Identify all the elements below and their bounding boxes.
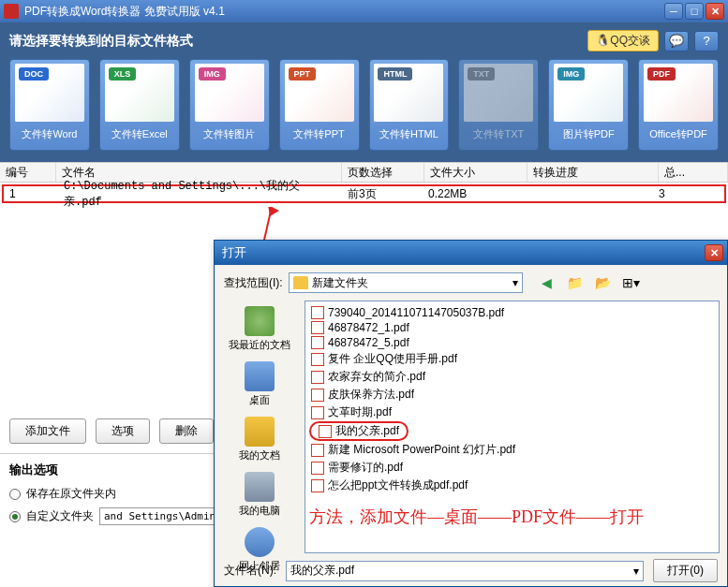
filename-input[interactable]: 我的父亲.pdf▾ (286, 561, 644, 581)
file-item[interactable]: 文革时期.pdf (309, 404, 715, 421)
header-size: 文件大小 (424, 163, 527, 182)
file-item[interactable]: 46878472_1.pdf (309, 320, 715, 335)
pdf-icon (311, 444, 324, 457)
convert-tile-doc[interactable]: DOC文件转Word (9, 59, 90, 151)
convert-tile-img[interactable]: IMG文件转图片 (189, 59, 270, 151)
header-progress: 转换进度 (527, 163, 659, 182)
annotation-text: 方法，添加文件—桌面——PDF文件——打开 (309, 506, 715, 528)
window-titlebar: PDF转换成Word转换器 免费试用版 v4.1 ─ □ ✕ (0, 0, 728, 22)
file-item[interactable]: 农家弃女的简介.pdf (309, 368, 715, 386)
cell-page: 前3页 (342, 186, 423, 202)
dialog-sidebar: 我最近的文档 桌面 我的文档 我的电脑 网上邻居 (215, 301, 305, 553)
dialog-close-button[interactable]: ✕ (705, 244, 723, 261)
convert-tile-img[interactable]: IMG图片转PDF (548, 59, 629, 151)
file-item[interactable]: 需要修订的.pdf (309, 459, 715, 477)
lookin-combo[interactable]: 新建文件夹 ▾ (289, 272, 523, 293)
delete-button[interactable]: 删除 (159, 418, 214, 444)
qq-chat-button[interactable]: 🐧QQ交谈 (587, 30, 659, 51)
pdf-icon (311, 479, 324, 492)
convert-tile-ppt[interactable]: PPT文件转PPT (279, 59, 360, 151)
pdf-icon (311, 371, 324, 384)
radio-custom-folder[interactable] (9, 511, 21, 522)
sidebar-computer[interactable]: 我的电脑 (239, 472, 280, 518)
label-custom-folder: 自定义文件夹 (26, 508, 94, 524)
radio-original-folder[interactable] (9, 489, 21, 500)
sidebar-recent[interactable]: 我最近的文档 (229, 306, 290, 352)
lookin-value: 新建文件夹 (312, 275, 368, 291)
pdf-icon (311, 406, 324, 419)
cell-num: 1 (4, 187, 58, 200)
sidebar-desktop[interactable]: 桌面 (245, 361, 275, 407)
file-item[interactable]: 我的父亲.pdf (309, 421, 409, 441)
minimize-button[interactable]: ─ (664, 3, 683, 20)
dialog-title: 打开 (222, 244, 246, 261)
label-original-folder: 保存在原文件夹内 (26, 486, 116, 502)
close-button[interactable]: ✕ (706, 3, 724, 20)
file-item[interactable]: 皮肤保养方法.pdf (309, 386, 715, 404)
convert-tile-xls[interactable]: XLS文件转Excel (99, 59, 180, 151)
view-icon[interactable]: ⊞▾ (622, 273, 641, 292)
help-icon[interactable]: ? (694, 31, 719, 51)
pdf-icon (311, 462, 324, 475)
file-item[interactable]: 怎么把ppt文件转换成pdf.pdf (309, 477, 715, 494)
toolbar-prompt: 请选择要转换到的目标文件格式 (9, 33, 193, 50)
file-item[interactable]: 739040_20141107114705037B.pdf (309, 305, 715, 320)
open-button[interactable]: 打开(0) (653, 559, 718, 582)
folder-icon (293, 276, 308, 289)
maximize-button[interactable]: □ (685, 3, 704, 20)
cell-size: 0.22MB (423, 187, 524, 200)
lookin-label: 查找范围(I): (224, 275, 283, 291)
options-button[interactable]: 选项 (96, 418, 150, 444)
cell-name: C:\Documents and Settings\...\我的父亲.pdf (58, 178, 342, 210)
toolbar: 请选择要转换到的目标文件格式 🐧QQ交谈 💬 ? DOC文件转WordXLS文件… (0, 22, 728, 162)
file-item[interactable]: 46878472_5.pdf (309, 335, 715, 350)
dialog-titlebar: 打开 ✕ (215, 241, 727, 265)
pdf-icon (319, 425, 332, 438)
convert-tile-txt[interactable]: TXT文件转TXT (458, 59, 539, 151)
pdf-icon (311, 389, 324, 402)
pdf-icon (311, 353, 324, 366)
cell-total: 3 (653, 187, 724, 200)
up-icon[interactable]: 📁 (566, 273, 585, 292)
back-icon[interactable]: ◀ (538, 273, 557, 292)
file-item[interactable]: 复件 企业QQ使用手册.pdf (309, 350, 715, 368)
app-icon (4, 4, 19, 19)
file-list: 739040_20141107114705037B.pdf46878472_1.… (305, 301, 720, 553)
sidebar-docs[interactable]: 我的文档 (239, 417, 280, 462)
window-title: PDF转换成Word转换器 免费试用版 v4.1 (24, 4, 664, 20)
pdf-icon (311, 321, 324, 334)
pdf-icon (311, 306, 324, 319)
header-total: 总... (659, 163, 728, 182)
convert-tile-html[interactable]: HTML文件转HTML (369, 59, 450, 151)
new-folder-icon[interactable]: 📂 (594, 273, 613, 292)
pdf-icon (311, 336, 324, 349)
chat-icon[interactable]: 💬 (664, 31, 689, 51)
header-page: 页数选择 (342, 163, 424, 182)
add-file-button[interactable]: 添加文件 (9, 418, 86, 444)
header-num: 编号 (0, 163, 56, 182)
file-item[interactable]: 新建 Microsoft PowerPoint 幻灯片.pdf (309, 441, 715, 459)
convert-tile-pdf[interactable]: PDFOffice转PDF (638, 59, 719, 151)
filename-label: 文件名(N): (224, 563, 276, 579)
open-file-dialog: 打开 ✕ 查找范围(I): 新建文件夹 ▾ ◀ 📁 📂 ⊞▾ 我最近的文档 桌面… (214, 240, 728, 587)
table-row[interactable]: 1 C:\Documents and Settings\...\我的父亲.pdf… (2, 184, 726, 203)
